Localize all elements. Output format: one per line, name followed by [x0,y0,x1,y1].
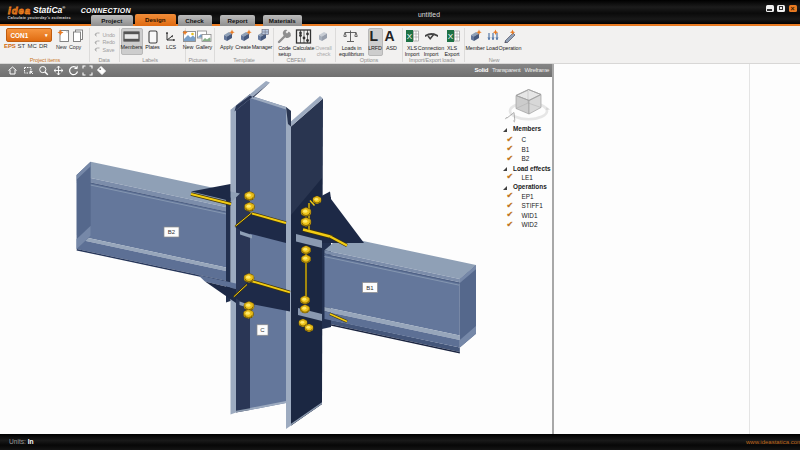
svg-text:B1: B1 [366,285,374,291]
svg-text:C: C [260,327,265,333]
svg-text:B2: B2 [168,229,176,235]
